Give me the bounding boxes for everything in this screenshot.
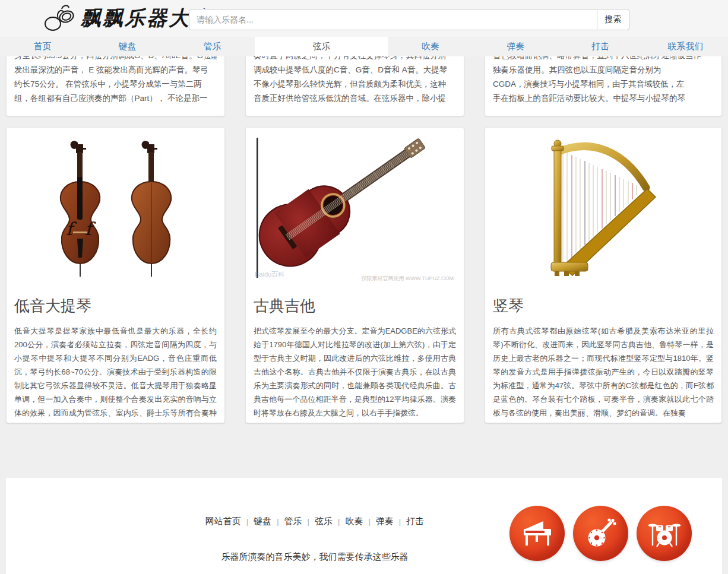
nav-item-strings-active[interactable]: 弦乐 bbox=[255, 37, 388, 56]
piano-icon bbox=[509, 506, 565, 561]
card-description: 低音大提琴是提琴家族中最低音也是最大的乐器，全长约200公分，演奏者必须站立拉奏… bbox=[14, 324, 217, 423]
footer-separator: | bbox=[399, 517, 401, 526]
nav-item-percussion[interactable]: 打击 bbox=[558, 37, 643, 56]
card-text-line: 奏时置于两膝之间，下方有支柱支撑琴身，其四弦分别 bbox=[254, 56, 456, 63]
footer-link-strings[interactable]: 弦乐 bbox=[315, 516, 333, 526]
card-title: 古典吉他 bbox=[254, 296, 456, 316]
footer-separator: | bbox=[368, 517, 370, 526]
card-text-line: 约长75公分。 在管弦乐中，小提琴分成第一与第二两 bbox=[14, 77, 217, 91]
harp-image bbox=[493, 132, 714, 284]
search-box: 搜索 bbox=[189, 9, 629, 30]
footer-link-wind[interactable]: 管乐 bbox=[284, 516, 302, 526]
card-description: 所有古典式弦琴都由原始弦琴(如古希腊及美索布达米亚的里拉琴)不断衍化、改进而来，… bbox=[493, 324, 714, 420]
instrument-card-classical-guitar: Baidu百科 仅限素材官网使用 WWW.TUPUZ.COM 古典吉他 把式弦琴… bbox=[245, 127, 464, 423]
site-header: 飘飘乐器大全 搜索 bbox=[0, 0, 728, 37]
card-text-line: CGDA，演奏技巧与小提琴相同，由于其音域较低，左 bbox=[493, 77, 714, 91]
violin-card-bottom: 身全长约35.5公分，四弦分别调成G、D、A和E音。G弦能 发出最深沈的声音， … bbox=[6, 56, 225, 116]
footer-link-blow[interactable]: 吹奏 bbox=[345, 516, 363, 526]
classical-guitar-image: Baidu百科 仅限素材官网使用 WWW.TUPUZ.COM bbox=[254, 132, 456, 284]
nav-item-contact[interactable]: 联系我们 bbox=[643, 37, 728, 56]
card-text-line: 音质正好供给管弦乐低沈的音域。在弦乐器中，除小提 bbox=[254, 91, 456, 106]
card-title: 竖琴 bbox=[493, 296, 714, 316]
site-footer: 网站首页|键盘|管乐|弦乐|吹奏|弹奏|打击 乐器所演奏的音乐美妙，我们需要传承… bbox=[6, 478, 722, 574]
search-button[interactable]: 搜索 bbox=[597, 9, 629, 30]
nav-item-home[interactable]: 首页 bbox=[0, 37, 85, 56]
banjo-icon bbox=[573, 506, 628, 561]
gourd-instrument-sketch-icon bbox=[43, 4, 77, 33]
footer-link-percussion[interactable]: 打击 bbox=[406, 516, 424, 526]
instrument-card-row: f f 低音大提琴 低音大提琴是提琴家族中最低音 bbox=[6, 127, 722, 423]
viola-card-bottom: 音色较暗而饱满、略带鼻音，直到十八世纪后才逐渐被当作 独奏乐器使用。其四弦也以五… bbox=[485, 56, 722, 116]
card-text-line: 音色较暗而饱满、略带鼻音，直到十八世纪后才逐渐被当作 bbox=[493, 56, 714, 63]
main-nav: 首页 键盘 管乐 弦乐 吹奏 弹奏 打击 联系我们 bbox=[0, 37, 728, 56]
footer-separator: | bbox=[277, 517, 278, 526]
footer-link-keyboard[interactable]: 键盘 bbox=[254, 516, 271, 526]
nav-item-keyboard[interactable]: 键盘 bbox=[85, 37, 170, 56]
card-description: 把式弦琴发展至今的最大分支。定音为EADGBE的六弦形式始于1790年德国人对比… bbox=[254, 324, 456, 420]
instrument-card-double-bass: f f 低音大提琴 低音大提琴是提琴家族中最低音 bbox=[6, 127, 225, 423]
card-title: 低音大提琴 bbox=[14, 296, 217, 316]
footer-instrument-icons bbox=[509, 506, 692, 561]
cello-card-bottom: 奏时置于两膝之间，下方有支柱支撑琴身，其四弦分别 调成较中提琴低八度的C音、G音… bbox=[245, 56, 464, 116]
card-text-line: 不像小提琴那么轻快光辉，但音质颇为柔和优美，这种 bbox=[254, 77, 456, 91]
nav-item-blow[interactable]: 吹奏 bbox=[388, 37, 473, 56]
image-watermark: Baidu百科 bbox=[255, 270, 284, 279]
card-text-line: 发出最深沈的声音， E 弦能发出高而光辉的声音。琴弓 bbox=[14, 63, 217, 77]
card-text-line: 组，各组都有自己应演奏的声部（Part）， 不论是那一 bbox=[14, 91, 217, 106]
footer-separator: | bbox=[246, 517, 248, 526]
image-watermark: 仅限素材官网使用 WWW.TUPUZ.COM bbox=[362, 275, 454, 283]
nav-item-pluck[interactable]: 弹奏 bbox=[473, 37, 558, 56]
nav-item-wind[interactable]: 管乐 bbox=[170, 37, 255, 56]
instrument-card-harp: 竖琴 所有古典式弦琴都由原始弦琴(如古希腊及美索布达米亚的里拉琴)不断衍化、改进… bbox=[485, 127, 722, 423]
card-text-line: 身全长约35.5公分，四弦分别调成G、D、A和E音。G弦能 bbox=[14, 56, 217, 63]
site-logo[interactable]: 飘飘乐器大全 bbox=[43, 4, 213, 33]
double-bass-image: f f bbox=[14, 132, 217, 284]
search-input[interactable] bbox=[189, 9, 597, 30]
partial-card-row: 身全长约35.5公分，四弦分别调成G、D、A和E音。G弦能 发出最深沈的声音， … bbox=[6, 56, 722, 116]
card-text-line: 独奏乐器使用。其四弦也以五度间隔定音分别为 bbox=[493, 63, 714, 77]
card-text-line: 手在指板上的音距活动要比较大。中提琴与小提琴的琴 bbox=[493, 91, 714, 106]
footer-link-home[interactable]: 网站首页 bbox=[205, 516, 241, 526]
footer-separator: | bbox=[338, 517, 340, 526]
card-text-line: 调成较中提琴低八度的C音、G音、D音和 A音。大提琴 bbox=[254, 63, 456, 77]
drum-kit-icon bbox=[637, 506, 692, 561]
footer-separator: | bbox=[308, 517, 309, 526]
footer-link-pluck[interactable]: 弹奏 bbox=[376, 516, 394, 526]
